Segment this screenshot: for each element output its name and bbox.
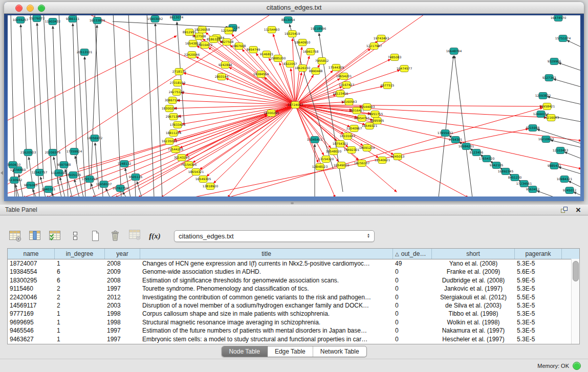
cell-out-de-[interactable]: 0 <box>393 318 432 326</box>
graph-edge[interactable] <box>43 15 53 196</box>
table-row[interactable]: 911546021997Tourette syndrome. Phenomeno… <box>8 285 579 293</box>
cell-short[interactable]: Dudbridge et al. (2008) <box>432 276 515 285</box>
cell-year[interactable]: 1997 <box>105 285 140 293</box>
column-header-pagerank[interactable]: pagerank <box>515 249 562 259</box>
cell-short[interactable]: Nakamura et al. (1997) <box>432 326 515 335</box>
cell-pagerank[interactable]: 5.3E-5 <box>515 335 562 343</box>
split-pane-grip[interactable] <box>291 202 294 204</box>
cell-out-de-[interactable]: 49 <box>393 259 432 268</box>
graph-edge[interactable] <box>95 15 103 196</box>
column-header-out-de-[interactable]: △out_de… <box>393 249 432 259</box>
cell-title[interactable]: Estimation of the future numbers of pati… <box>140 326 393 335</box>
cell-name[interactable]: 9115460 <box>8 285 55 293</box>
delete-icon[interactable] <box>108 229 122 243</box>
cell-out-de-[interactable]: 0 <box>393 268 432 276</box>
tab-node-table[interactable]: Node Table <box>222 346 268 357</box>
cell-out-de-[interactable]: 0 <box>393 310 432 318</box>
tab-network-table[interactable]: Network Table <box>313 346 366 357</box>
column-header-short[interactable]: short <box>432 249 515 259</box>
cell-year[interactable]: 2003 <box>105 301 140 310</box>
import-table-icon[interactable] <box>128 229 142 243</box>
window-titlebar[interactable]: citations_edges.txt <box>4 2 584 14</box>
scrollbar-thumb[interactable] <box>573 261 579 281</box>
cell-title[interactable]: Investigating the contribution of common… <box>140 293 393 301</box>
memory-indicator[interactable] <box>573 362 581 370</box>
close-icon[interactable]: ✕ <box>574 206 583 214</box>
column-header-name[interactable]: name <box>8 249 55 259</box>
cell-short[interactable]: Hescheler et al. (1997) <box>432 335 515 343</box>
tab-edge-table[interactable]: Edge Table <box>268 346 313 357</box>
table-settings-icon[interactable] <box>8 229 22 243</box>
cell-pagerank[interactable]: 5.3E-5 <box>515 318 562 326</box>
cell-title[interactable]: Changes of HCN gene expression and I(f) … <box>140 259 393 268</box>
cell-short[interactable]: Yano et al. (2008) <box>432 259 515 268</box>
cell-in-degree[interactable]: 2 <box>55 301 105 310</box>
graph-edge[interactable] <box>295 86 342 105</box>
graph-edge[interactable] <box>574 192 580 195</box>
cell-out-de-[interactable]: 0 <box>393 293 432 301</box>
vertical-scrollbar[interactable] <box>571 259 579 344</box>
cell-pagerank[interactable]: 5.3E-5 <box>515 301 562 310</box>
cell-in-degree[interactable]: 2 <box>55 285 105 293</box>
citation-network-graph[interactable]: 1005525715276072119034329386111160338092… <box>8 15 580 196</box>
network-canvas[interactable]: 1005525715276072119034329386111160338092… <box>8 15 580 196</box>
cell-title[interactable]: Structural magnetic resonance image aver… <box>140 318 393 326</box>
graph-edge[interactable] <box>178 105 295 132</box>
graph-edge[interactable] <box>265 77 295 105</box>
graph-edge[interactable] <box>177 100 295 105</box>
table-row[interactable]: 1456911722003Disruption of a novel membe… <box>8 301 579 310</box>
cell-in-degree[interactable]: 1 <box>55 326 105 335</box>
table-row[interactable]: 2242004622012Investigating the contribut… <box>8 293 579 301</box>
cell-pagerank[interactable]: 5.3E-5 <box>515 326 562 335</box>
cell-name[interactable]: 9777169 <box>8 310 55 318</box>
panel-collapse-handle[interactable] <box>1 171 3 175</box>
graph-edge[interactable] <box>439 56 453 196</box>
table-row[interactable]: 1938455462009Genome-wide association stu… <box>8 268 579 276</box>
cell-in-degree[interactable]: 1 <box>55 318 105 326</box>
cell-name[interactable]: 14569117 <box>8 301 55 310</box>
cell-title[interactable]: Tourette syndrome. Phenomenology and cla… <box>140 285 393 293</box>
cell-out-de-[interactable]: 0 <box>393 301 432 310</box>
cell-name[interactable]: 18300295 <box>8 276 55 285</box>
graph-edge[interactable] <box>113 15 121 196</box>
cell-name[interactable]: 18724007 <box>8 259 55 268</box>
cell-short[interactable]: Stergiakouli et al. (2012) <box>432 293 515 301</box>
new-file-icon[interactable] <box>88 229 102 243</box>
cell-pagerank[interactable]: 5.3E-5 <box>515 310 562 318</box>
graph-edge[interactable] <box>137 182 142 196</box>
cell-short[interactable]: Franke et al. (2009) <box>432 268 515 276</box>
graph-edge[interactable] <box>564 152 580 159</box>
cell-title[interactable]: Disruption of a novel member of a sodium… <box>140 301 393 310</box>
graph-edge[interactable] <box>295 105 580 141</box>
cell-pagerank[interactable]: 5.3E-5 <box>515 259 562 268</box>
cell-in-degree[interactable]: 2 <box>55 293 105 301</box>
cell-title[interactable]: Embryonic stem cells: a model to study s… <box>140 335 393 343</box>
table-row[interactable]: 977716911998Corpus callosum shape and si… <box>8 310 579 318</box>
graph-edge[interactable] <box>73 24 77 164</box>
cell-pagerank[interactable]: 5.9E-5 <box>515 276 562 285</box>
graph-edge[interactable] <box>454 56 472 196</box>
float-window-icon[interactable] <box>559 206 569 214</box>
cell-name[interactable]: 22420046 <box>8 293 55 301</box>
graph-edge[interactable] <box>74 180 79 196</box>
cell-pagerank[interactable]: 5.6E-5 <box>515 268 562 276</box>
graph-edge[interactable] <box>37 23 43 179</box>
cell-pagerank[interactable]: 5.5E-5 <box>515 293 562 301</box>
cell-in-degree[interactable]: 1 <box>55 310 105 318</box>
graph-edge[interactable] <box>548 97 580 104</box>
cell-name[interactable]: 9463627 <box>8 335 55 343</box>
graph-edge[interactable] <box>59 15 68 196</box>
graph-edge[interactable] <box>113 21 228 28</box>
column-edit-icon[interactable] <box>28 229 42 243</box>
cell-year[interactable]: 1998 <box>105 318 140 326</box>
graph-edge[interactable] <box>554 79 580 87</box>
cell-year[interactable]: 2008 <box>105 259 140 268</box>
graph-edge[interactable] <box>20 25 27 169</box>
cell-year[interactable]: 2012 <box>105 293 140 301</box>
graph-edge[interactable] <box>537 191 555 196</box>
graph-edge[interactable] <box>8 15 274 184</box>
cell-short[interactable]: Wolkin et al. (1998) <box>432 318 515 326</box>
table-row[interactable]: 946362711997Embryonic stem cells: a mode… <box>8 335 579 343</box>
column-header-in-degree[interactable]: in_degree <box>55 249 105 259</box>
graph-edge[interactable] <box>29 157 34 196</box>
